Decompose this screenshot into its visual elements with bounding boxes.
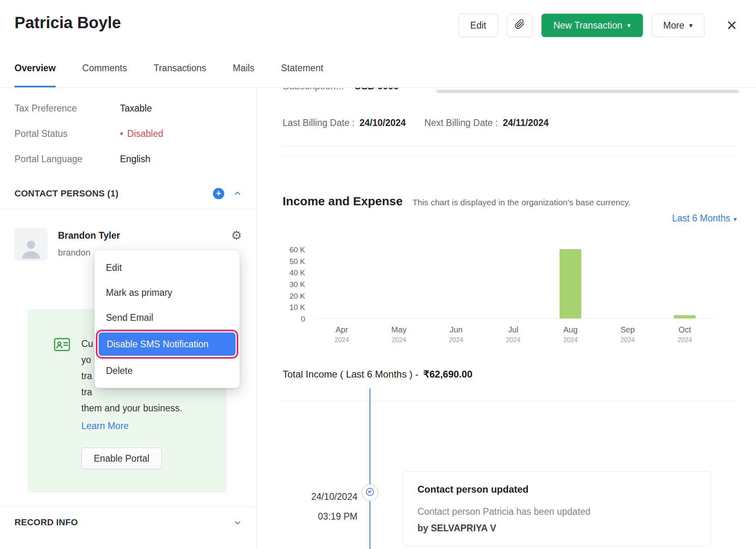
next-billing-date: Next Billing Date : 24/11/2024 [424, 118, 549, 128]
chevron-down-icon: ▾ [689, 21, 693, 29]
divider [0, 506, 256, 507]
new-transaction-label: New Transaction [554, 20, 622, 31]
field-tax-preference: Tax Preference Taxable [0, 103, 256, 114]
paperclip-icon [514, 19, 525, 32]
activity-timeline: 24/10/2024 03:19 PM Contact person updat… [283, 471, 737, 546]
income-expense-note: This chart is displayed in the organizat… [412, 198, 630, 207]
field-portal-status: Portal Status •Disabled [0, 128, 256, 139]
tab-statement[interactable]: Statement [281, 63, 323, 87]
clipped-value: USD 0000 [354, 88, 399, 92]
y-tick-label: 10 K [289, 303, 305, 312]
x-tick-label: Jun2024 [428, 325, 485, 344]
y-tick-label: 50 K [289, 257, 305, 266]
chevron-down-icon: ▾ [733, 215, 737, 223]
field-portal-language: Portal Language English [0, 154, 256, 165]
chart-bar [674, 315, 696, 318]
chart-column [542, 250, 599, 318]
income-expense-chart: 60 K50 K40 K30 K20 K10 K0 Apr2024May2024… [283, 250, 737, 346]
tab-comments[interactable]: Comments [82, 63, 127, 87]
timeline-card-description: Contact person Patricia has been updated [417, 506, 696, 517]
timeline-time: 03:19 PM [283, 511, 357, 522]
header-actions: Edit New Transaction ▾ More ▾ ✕ [459, 14, 740, 37]
chart-x-axis: Apr2024May2024Jun2024Jul2024Aug2024Sep20… [313, 325, 713, 344]
divider [283, 401, 737, 401]
field-label: Tax Preference [14, 103, 120, 114]
divider [283, 146, 737, 147]
timeline-card: Contact person updated Contact person Pa… [403, 471, 711, 546]
chart-bar [560, 249, 581, 318]
promo-line: them and your business. [81, 400, 182, 416]
x-tick-label: Sep2024 [599, 325, 656, 344]
chevron-up-icon[interactable] [233, 189, 242, 198]
range-selector[interactable]: Last 6 Months▾ [672, 213, 737, 223]
close-icon[interactable]: ✕ [724, 17, 740, 33]
menu-item-send-email[interactable]: Send Email [95, 305, 240, 330]
edit-button[interactable]: Edit [459, 14, 498, 37]
contact-persons-title: CONTACT PERSONS (1) [14, 188, 118, 199]
contact-person-name: Brandon Tyler [58, 230, 120, 241]
last-billing-date: Last Billing Date : 24/10/2024 [283, 118, 406, 128]
income-expense-title: Income and Expense [283, 194, 403, 208]
total-income-label: Total Income ( Last 6 Months ) - [283, 369, 418, 380]
y-tick-label: 30 K [289, 280, 305, 289]
tab-transactions[interactable]: Transactions [154, 63, 207, 87]
menu-item-mark-as-primary[interactable]: Mark as primary [95, 280, 240, 305]
y-tick-label: 0 [301, 315, 305, 324]
menu-item-delete[interactable]: Delete [95, 358, 240, 383]
comment-icon [365, 487, 375, 498]
record-info-header[interactable]: RECORD INFO [0, 517, 256, 528]
chart-column [656, 250, 713, 318]
field-label: Portal Status [14, 128, 120, 139]
chart-plot-area [313, 250, 713, 319]
x-tick-label: May2024 [370, 325, 428, 344]
page-header: Patricia Boyle Edit New Transaction ▾ Mo… [0, 0, 756, 37]
x-tick-label: Oct2024 [656, 325, 713, 344]
status-badge: •Disabled [120, 128, 163, 139]
customer-portal-icon [53, 336, 71, 353]
tab-overview[interactable]: Overview [14, 63, 56, 87]
timeline-node [361, 484, 378, 501]
timeline-line [370, 388, 370, 549]
timeline-card-author: by SELVAPRIYA V [417, 523, 696, 534]
field-value: English [120, 154, 150, 165]
chevron-down-icon[interactable] [233, 518, 242, 527]
timeline-card-title: Contact person updated [417, 484, 696, 495]
main-pane: Subscription... USD 0000 Last Billing Da… [257, 88, 756, 549]
total-income-value: ₹62,690.00 [423, 369, 472, 380]
attachment-button[interactable] [507, 14, 533, 37]
y-tick-label: 60 K [289, 246, 305, 254]
menu-item-edit[interactable]: Edit [95, 255, 240, 280]
clipped-label: Subscription... [283, 88, 344, 92]
tab-bar: Overview Comments Transactions Mails Sta… [0, 63, 756, 88]
menu-item-disable-sms-notification[interactable]: Disable SMS Notification [99, 332, 235, 356]
avatar [14, 228, 48, 261]
chart-y-axis: 60 K50 K40 K30 K20 K10 K0 [283, 250, 305, 319]
horizontal-scrollbar-thumb[interactable] [436, 90, 739, 93]
total-income-row: Total Income ( Last 6 Months ) - ₹62,690… [283, 369, 737, 380]
divider [283, 155, 737, 156]
y-tick-label: 20 K [289, 292, 305, 301]
status-dot-icon: • [120, 128, 123, 139]
chart-column [313, 250, 370, 318]
chart-column [485, 250, 542, 318]
clipped-subscription-row: Subscription... USD 0000 [283, 88, 399, 92]
new-transaction-button[interactable]: New Transaction ▾ [541, 14, 643, 37]
more-label: More [663, 20, 684, 31]
chevron-down-icon: ▾ [627, 21, 631, 29]
contact-person-context-menu: Edit Mark as primary Send Email Disable … [95, 250, 240, 388]
add-contact-person-button[interactable]: + [213, 188, 224, 199]
tab-mails[interactable]: Mails [233, 63, 254, 87]
record-info-title: RECORD INFO [14, 517, 78, 528]
chart-column [428, 250, 485, 318]
field-value: Taxable [120, 103, 152, 114]
chart-column [370, 250, 428, 318]
learn-more-link[interactable]: Learn More [81, 418, 182, 434]
enable-portal-button[interactable]: Enable Portal [81, 448, 162, 469]
x-tick-label: Jul2024 [485, 325, 542, 344]
field-label: Portal Language [14, 154, 120, 165]
more-button[interactable]: More ▾ [652, 14, 704, 37]
y-tick-label: 40 K [289, 268, 305, 277]
divider [0, 209, 256, 209]
contact-persons-header: CONTACT PERSONS (1) + [0, 188, 256, 199]
page-title: Patricia Boyle [14, 14, 121, 32]
